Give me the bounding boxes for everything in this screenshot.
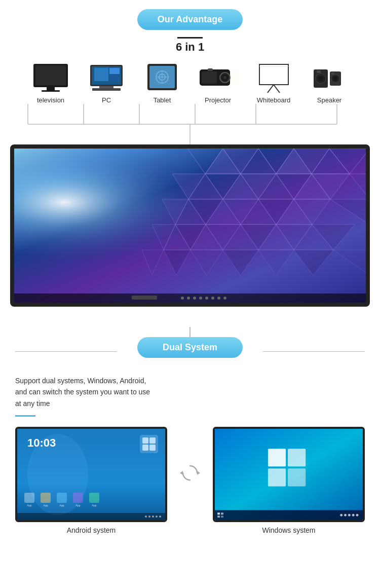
svg-rect-7 xyxy=(109,68,120,74)
dual-description: Support dual systems, Windows, Android, … xyxy=(0,375,380,409)
advantage-section: Our Advantage 6 in 1 television xyxy=(0,0,380,307)
icon-item-tablet: Tablet xyxy=(134,63,190,104)
windows-screen xyxy=(213,427,365,522)
icons-row: television PC xyxy=(0,63,380,104)
svg-rect-118 xyxy=(221,516,223,518)
svg-rect-3 xyxy=(42,90,60,92)
svg-point-96 xyxy=(187,297,190,300)
android-system-item: 10:03 App xyxy=(15,427,167,534)
advantage-badge: Our Advantage xyxy=(137,9,243,30)
svg-point-99 xyxy=(205,297,208,300)
whiteboard-icon xyxy=(257,63,290,93)
svg-point-123 xyxy=(356,514,359,517)
svg-point-97 xyxy=(193,297,196,300)
svg-point-31 xyxy=(318,76,323,81)
projector-label: Projector xyxy=(205,96,231,104)
svg-point-98 xyxy=(199,297,202,300)
svg-rect-115 xyxy=(217,512,220,514)
svg-point-121 xyxy=(348,514,351,517)
svg-rect-2 xyxy=(47,87,55,90)
connector-lines xyxy=(0,104,380,144)
svg-point-101 xyxy=(217,297,220,300)
television-label: television xyxy=(37,96,64,104)
android-screen-bg: 10:03 App xyxy=(17,429,165,520)
tablet-label: Tablet xyxy=(154,96,171,104)
svg-point-22 xyxy=(223,76,226,79)
windows-screen-bg xyxy=(215,429,363,520)
whiteboard-label: Whiteboard xyxy=(257,96,290,104)
projector-icon xyxy=(198,63,238,93)
windows-system-item: Windows system xyxy=(213,427,365,534)
svg-point-122 xyxy=(352,514,355,517)
android-time: 10:03 xyxy=(27,436,56,450)
svg-rect-23 xyxy=(208,68,213,71)
pc-icon xyxy=(89,63,124,93)
svg-rect-116 xyxy=(221,512,223,514)
tablet-icon xyxy=(144,63,180,93)
svg-line-27 xyxy=(274,85,280,93)
svg-rect-109 xyxy=(268,449,286,466)
icon-item-pc: PC xyxy=(79,63,134,104)
svg-rect-103 xyxy=(132,296,157,300)
svg-rect-10 xyxy=(92,88,121,91)
svg-point-35 xyxy=(333,77,337,81)
android-label: Android system xyxy=(67,526,116,534)
svg-line-26 xyxy=(268,85,274,93)
svg-marker-24 xyxy=(230,66,238,89)
svg-rect-112 xyxy=(288,468,306,486)
svg-point-95 xyxy=(181,297,184,300)
svg-marker-107 xyxy=(180,471,183,475)
svg-rect-9 xyxy=(99,86,113,88)
svg-rect-32 xyxy=(317,70,321,73)
speaker-label: Speaker xyxy=(317,96,341,104)
svg-rect-6 xyxy=(94,68,108,81)
dual-underline xyxy=(15,415,35,417)
dual-section: Dual System Support dual systems, Window… xyxy=(0,322,380,534)
systems-row: 10:03 App xyxy=(0,427,380,534)
icon-item-television: television xyxy=(23,63,79,104)
windows-label: Windows system xyxy=(262,526,315,534)
svg-point-120 xyxy=(344,514,347,517)
svg-point-100 xyxy=(211,297,214,300)
svg-rect-36 xyxy=(331,72,334,75)
television-icon xyxy=(32,63,69,93)
svg-rect-117 xyxy=(217,516,220,518)
svg-rect-25 xyxy=(259,64,288,85)
svg-rect-111 xyxy=(268,468,286,486)
big-display-section xyxy=(0,144,380,307)
big-display xyxy=(10,144,370,307)
svg-rect-8 xyxy=(109,75,120,81)
svg-rect-19 xyxy=(202,71,217,84)
svg-point-102 xyxy=(223,297,226,300)
svg-rect-110 xyxy=(288,449,306,466)
sync-icon xyxy=(177,462,203,484)
android-screen: 10:03 App xyxy=(15,427,167,522)
icon-item-speaker: Speaker xyxy=(301,63,357,104)
speaker-icon xyxy=(312,63,347,93)
svg-point-119 xyxy=(340,514,343,517)
pc-label: PC xyxy=(102,96,111,104)
svg-rect-1 xyxy=(35,65,66,85)
dual-badge: Dual System xyxy=(137,337,243,358)
svg-marker-106 xyxy=(197,471,200,475)
six-in-one-title: 6 in 1 xyxy=(0,41,380,54)
icon-item-projector: Projector xyxy=(190,63,246,104)
icon-item-whiteboard: Whiteboard xyxy=(246,63,301,104)
